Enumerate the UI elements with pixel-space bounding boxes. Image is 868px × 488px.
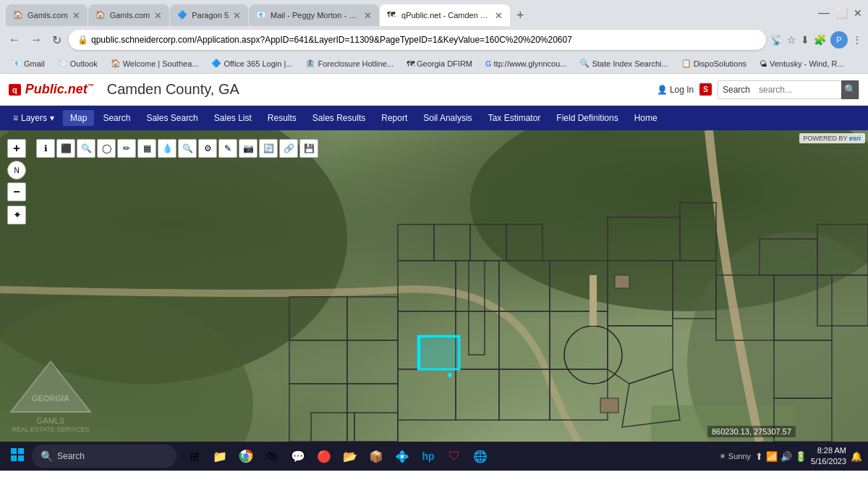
show-desktop-icon[interactable]: ⬆ — [755, 451, 763, 462]
app-search-input[interactable] — [754, 85, 841, 95]
taskbar-search[interactable]: 🔍 Search — [32, 445, 176, 468]
taskbar-globe[interactable]: 🌐 — [469, 445, 492, 468]
cast-icon[interactable]: 📡 — [770, 34, 783, 46]
map-area[interactable]: + N − ⌖ ℹ ⬛ 🔍 ◯ ✏ ▦ 💧 🔍 ⚙ ✎ 📷 🔄 🔗 💾 GEOR… — [0, 130, 868, 442]
tab-paragon[interactable]: 🔷 Paragon 5 ✕ — [170, 4, 248, 26]
notification-icon[interactable]: 🔔 — [851, 451, 862, 462]
nav-soil-analysis[interactable]: Soil Analysis — [416, 110, 479, 126]
nav-report[interactable]: Report — [374, 110, 414, 126]
bookmark-gmail[interactable]: 📧 Gmail — [6, 57, 51, 70]
tab-mail[interactable]: 📧 Mail - Peggy Morton - Outlo... ✕ — [249, 4, 379, 26]
taskbar-amazon[interactable]: 📦 — [365, 445, 388, 468]
bookmark-stateindex[interactable]: 🔍 State Index Searchi... — [574, 57, 673, 70]
bookmark-dfirm[interactable]: 🗺 Georgia DFIRM — [401, 58, 478, 70]
reload-button[interactable]: ↻ — [49, 30, 64, 50]
taskbar-task-view[interactable]: ⊞ — [182, 445, 205, 468]
tab-close-mail[interactable]: ✕ — [364, 10, 372, 21]
taskbar-teams[interactable]: 💬 — [286, 445, 310, 468]
compass-button[interactable]: N — [7, 161, 26, 180]
minimize-button[interactable]: — — [818, 7, 830, 20]
tab-close-gamls1[interactable]: ✕ — [72, 10, 80, 21]
taskbar-hp[interactable]: hp — [417, 445, 440, 468]
map-tool-link[interactable]: 🔗 — [279, 139, 298, 158]
network-icon[interactable]: 📶 — [766, 451, 778, 462]
nav-sales-search[interactable]: Sales Search — [139, 110, 205, 126]
back-button[interactable]: ← — [6, 30, 23, 49]
battery-icon[interactable]: 🔋 — [795, 451, 807, 462]
tab-favicon-gamls1: 🏠 — [13, 10, 23, 20]
bookmark-dispo[interactable]: 📋 DispoSolutions — [676, 57, 752, 70]
new-tab-button[interactable]: + — [511, 5, 530, 26]
map-tool-settings[interactable]: ⚙ — [198, 139, 217, 158]
zoom-out-button[interactable]: − — [7, 182, 26, 201]
close-button[interactable]: ✕ — [854, 7, 862, 19]
nav-field-defs[interactable]: Field Definitions — [549, 110, 625, 126]
nav-map[interactable]: Map — [63, 110, 94, 126]
ventusky-favicon: 🌤 — [760, 59, 767, 68]
map-tool-search-zoom[interactable]: 🔍 — [178, 139, 197, 158]
taskbar-red-app[interactable]: 🔴 — [312, 445, 336, 468]
taskbar-folder2[interactable]: 📂 — [339, 445, 362, 468]
gamls-main-text: GAMLS — [12, 416, 89, 426]
taskbar-vpn[interactable]: 🛡 — [443, 445, 466, 468]
bookmark-ventusky[interactable]: 🌤 Ventusky - Wind, R... — [754, 58, 850, 70]
login-button[interactable]: 👤 Log In — [657, 85, 694, 95]
nav-layers-button[interactable]: ≡ Layers ▾ — [6, 110, 61, 126]
current-date: 5/16/2023 — [811, 456, 846, 467]
map-tool-refresh[interactable]: 🔄 — [259, 139, 278, 158]
tab-gamls-2[interactable]: 🏠 Gamls.com ✕ — [88, 4, 170, 26]
download-icon[interactable]: ⬇ — [801, 34, 809, 46]
nav-sales-list[interactable]: Sales List — [207, 110, 259, 126]
tab-close-gamls2[interactable]: ✕ — [154, 10, 162, 21]
taskbar-dropbox[interactable]: 💠 — [391, 445, 414, 468]
nav-home[interactable]: Home — [627, 110, 665, 126]
tab-gamls-1[interactable]: 🏠 Gamls.com ✕ — [6, 4, 88, 26]
bookmark-glynn[interactable]: G ttp://www.glynncou... — [480, 58, 572, 70]
extensions-icon[interactable]: 🧩 — [814, 34, 826, 46]
map-tool-edit[interactable]: ✎ — [218, 139, 237, 158]
map-tool-info[interactable]: ℹ — [36, 139, 55, 158]
weather-block[interactable]: ☀ Sunny — [719, 452, 751, 461]
bookmark-star-icon[interactable]: ☆ — [787, 34, 796, 46]
nav-search[interactable]: Search — [95, 110, 137, 126]
address-bar[interactable]: 🔒 — [69, 30, 766, 50]
svg-rect-56 — [11, 455, 17, 461]
menu-icon[interactable]: ⋮ — [852, 34, 862, 46]
bookmark-outlook[interactable]: 📨 Outlook — [52, 57, 103, 70]
url-input[interactable] — [91, 35, 757, 45]
taskbar-chrome[interactable] — [234, 445, 258, 468]
map-tool-camera[interactable]: 📷 — [239, 139, 258, 158]
app-search-button[interactable]: 🔍 — [841, 80, 859, 99]
nav-results[interactable]: Results — [260, 110, 304, 126]
tab-close-paragon[interactable]: ✕ — [233, 10, 241, 21]
map-tool-water[interactable]: 💧 — [158, 139, 176, 158]
forward-button[interactable]: → — [27, 30, 45, 49]
map-tool-zoom-rect[interactable]: 🔍 — [77, 139, 95, 158]
lock-icon: 🔒 — [77, 35, 88, 45]
map-tool-grid[interactable]: ▦ — [137, 139, 156, 158]
bookmark-welcome[interactable]: 🏠 Welcome | Southea... — [105, 57, 205, 70]
nav-tax-estimator[interactable]: Tax Estimator — [481, 110, 548, 126]
nav-sales-results[interactable]: Sales Results — [305, 110, 373, 126]
bookmark-dispo-label: DispoSolutions — [694, 59, 746, 68]
taskbar-file-explorer[interactable]: 📁 — [208, 445, 231, 468]
tab-close-qpublic[interactable]: ✕ — [495, 10, 503, 21]
time-block[interactable]: 8:28 AM 5/16/2023 — [811, 445, 846, 468]
system-icons: ⬆ 📶 🔊 🔋 — [755, 451, 807, 462]
map-tool-circle[interactable]: ◯ — [97, 139, 116, 158]
tab-qpublic[interactable]: 🗺 qPublic.net - Camden Coun... ✕ — [380, 4, 510, 26]
volume-icon[interactable]: 🔊 — [780, 451, 792, 462]
start-button[interactable] — [6, 445, 29, 468]
zoom-in-button[interactable]: + — [7, 139, 26, 158]
bookmark-office365[interactable]: 🔷 Office 365 Login |... — [205, 57, 298, 70]
map-tool-save[interactable]: 💾 — [299, 139, 318, 158]
profile-avatar[interactable]: P — [830, 31, 848, 49]
map-tool-draw[interactable]: ✏ — [117, 139, 136, 158]
map-tool-select[interactable]: ⬛ — [56, 139, 75, 158]
bookmark-foreclosure[interactable]: 🏦 Foreclosure Hotline... — [299, 57, 399, 70]
maximize-button[interactable]: ⬜ — [835, 7, 848, 19]
taskbar-ms-store[interactable]: 🛍 — [260, 445, 284, 468]
zoom-home-button[interactable]: ⌖ — [7, 206, 26, 224]
app-search-box: Search 🔍 — [718, 80, 859, 99]
svg-rect-47 — [600, 398, 618, 413]
